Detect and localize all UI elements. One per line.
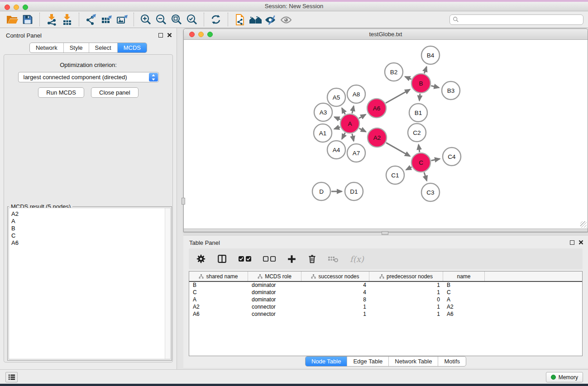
graph-node-C2[interactable]: C2 bbox=[408, 124, 426, 142]
close-table-panel-icon[interactable] bbox=[578, 240, 583, 245]
table-row[interactable]: Adominator80A bbox=[189, 296, 582, 304]
node-table[interactable]: shared nameMCDS rolesuccessor nodesprede… bbox=[189, 271, 583, 356]
graph-edge-B-B1[interactable] bbox=[419, 94, 420, 100]
graph-edge-A-A5[interactable] bbox=[342, 108, 345, 114]
graph-edge-B-B4[interactable] bbox=[424, 67, 426, 74]
graph-node-A4[interactable]: A4 bbox=[327, 141, 345, 159]
column-header-predecessor-nodes[interactable]: predecessor nodes bbox=[369, 272, 443, 281]
search-field[interactable] bbox=[449, 14, 583, 25]
graph-node-A3[interactable]: A3 bbox=[314, 103, 332, 121]
zoom-out-button[interactable] bbox=[153, 12, 169, 27]
table-cell[interactable]: dominator bbox=[248, 289, 301, 296]
save-session-button[interactable] bbox=[20, 12, 35, 27]
tab-network[interactable]: Network bbox=[30, 43, 63, 52]
table-row[interactable]: A2connector11A2 bbox=[189, 304, 582, 311]
apply-function-button[interactable]: f(x) bbox=[350, 254, 364, 264]
tab-style[interactable]: Style bbox=[63, 43, 89, 52]
result-item[interactable]: B bbox=[11, 225, 170, 232]
graph-node-A7[interactable]: A7 bbox=[347, 144, 365, 162]
graph-node-A5[interactable]: A5 bbox=[327, 88, 345, 106]
hide-selected-button[interactable] bbox=[263, 12, 278, 27]
graph-node-B1[interactable]: B1 bbox=[409, 104, 427, 122]
table-cell[interactable]: A2 bbox=[443, 304, 485, 311]
graph-node-A1[interactable]: A1 bbox=[314, 124, 332, 142]
table-cell[interactable]: A6 bbox=[443, 311, 485, 318]
open-session-button[interactable] bbox=[5, 12, 20, 27]
table-row[interactable]: A6connector11A6 bbox=[189, 311, 582, 318]
open-session-file-button[interactable] bbox=[232, 12, 248, 27]
graph-edge-C-C3[interactable] bbox=[424, 172, 427, 181]
mcds-result-list[interactable]: A2ABCA6 bbox=[9, 208, 171, 359]
result-scrollbar[interactable] bbox=[165, 208, 170, 359]
table-cell[interactable]: dominator bbox=[248, 296, 301, 304]
float-table-panel-icon[interactable] bbox=[570, 240, 574, 245]
table-row[interactable]: Cdominator41C bbox=[189, 289, 582, 296]
graph-edge-A-A7[interactable] bbox=[352, 133, 354, 141]
table-cell[interactable]: A bbox=[443, 296, 485, 304]
graph-node-A8[interactable]: A8 bbox=[347, 85, 365, 103]
network-canvas[interactable]: B4B2BB3A8A5A6B1A3AC2A1A2A4A7C4CC1C3DD1 bbox=[184, 40, 588, 229]
table-row[interactable]: Bdominator41B bbox=[189, 282, 582, 289]
task-history-button[interactable] bbox=[5, 372, 18, 382]
tab-network-table[interactable]: Network Table bbox=[388, 357, 438, 366]
result-item[interactable]: A bbox=[11, 218, 170, 225]
graph-node-A[interactable]: A bbox=[340, 114, 359, 133]
graph-edge-C-C2[interactable] bbox=[419, 145, 420, 152]
network-window-titlebar[interactable]: testGlobe.txt bbox=[184, 29, 588, 40]
table-cell[interactable]: connector bbox=[248, 304, 301, 311]
graph-edge-A6-B[interactable] bbox=[386, 90, 410, 103]
column-header-name[interactable]: name bbox=[443, 272, 485, 281]
graph-node-A2[interactable]: A2 bbox=[368, 128, 387, 147]
table-cell[interactable]: dominator bbox=[248, 282, 301, 289]
show-all-button[interactable] bbox=[278, 12, 294, 27]
network-graph[interactable]: B4B2BB3A8A5A6B1A3AC2A1A2A4A7C4CC1C3DD1 bbox=[184, 40, 588, 229]
table-cell[interactable]: B bbox=[443, 282, 485, 289]
table-cell[interactable]: B bbox=[189, 282, 248, 289]
tab-motifs[interactable]: Motifs bbox=[438, 357, 466, 366]
graph-node-B3[interactable]: B3 bbox=[442, 81, 460, 100]
tab-node-table[interactable]: Node Table bbox=[306, 357, 347, 366]
tab-mcds[interactable]: MCDS bbox=[117, 43, 147, 52]
table-cell[interactable]: 1 bbox=[369, 282, 443, 289]
table-cell[interactable]: 1 bbox=[369, 289, 443, 296]
graph-edge-A-A8[interactable] bbox=[352, 106, 354, 113]
graph-node-D[interactable]: D bbox=[312, 182, 330, 200]
table-cell[interactable]: 1 bbox=[301, 304, 369, 311]
run-mcds-button[interactable]: Run MCDS bbox=[38, 87, 84, 98]
close-panel-icon[interactable] bbox=[167, 33, 172, 38]
graph-node-D1[interactable]: D1 bbox=[345, 182, 363, 200]
close-panel-button[interactable]: Close panel bbox=[91, 87, 139, 98]
window-resize-grip[interactable] bbox=[580, 221, 587, 228]
table-cell[interactable]: 4 bbox=[301, 289, 369, 296]
table-cell[interactable]: A bbox=[189, 296, 248, 304]
table-cell[interactable]: 0 bbox=[369, 296, 443, 304]
horizontal-splitter-handle[interactable] bbox=[382, 231, 388, 235]
export-image-button[interactable] bbox=[114, 12, 129, 27]
home-button[interactable] bbox=[248, 12, 263, 27]
graph-node-C4[interactable]: C4 bbox=[443, 148, 461, 166]
column-header-shared-name[interactable]: shared name bbox=[189, 272, 248, 281]
table-cell[interactable]: A6 bbox=[189, 311, 248, 318]
export-table-button[interactable] bbox=[99, 12, 114, 27]
graph-edge-B-B3[interactable] bbox=[431, 86, 439, 87]
zoom-selected-button[interactable] bbox=[184, 12, 200, 27]
zoom-in-button[interactable] bbox=[138, 12, 153, 27]
memory-button[interactable]: Memory bbox=[546, 372, 583, 382]
zoom-window-button[interactable] bbox=[23, 5, 28, 10]
delete-column-button[interactable] bbox=[307, 254, 317, 264]
tab-select[interactable]: Select bbox=[89, 43, 117, 52]
table-cell[interactable]: 1 bbox=[369, 311, 443, 318]
graph-edge-A-A4[interactable] bbox=[342, 133, 345, 139]
graph-edge-A-A6[interactable] bbox=[359, 114, 366, 119]
result-item[interactable]: A6 bbox=[11, 239, 170, 247]
refresh-button[interactable] bbox=[208, 12, 224, 27]
delete-table-button[interactable] bbox=[328, 255, 339, 263]
network-minimize-button[interactable] bbox=[198, 32, 204, 37]
graph-edge-C-C1[interactable] bbox=[406, 167, 411, 170]
search-input[interactable] bbox=[459, 16, 583, 23]
network-close-button[interactable] bbox=[189, 32, 195, 37]
table-cell[interactable]: 1 bbox=[301, 311, 369, 318]
graph-edge-A-A2[interactable] bbox=[359, 129, 366, 132]
graph-edge-A2-C[interactable] bbox=[386, 143, 410, 156]
table-cell[interactable]: connector bbox=[248, 311, 301, 318]
